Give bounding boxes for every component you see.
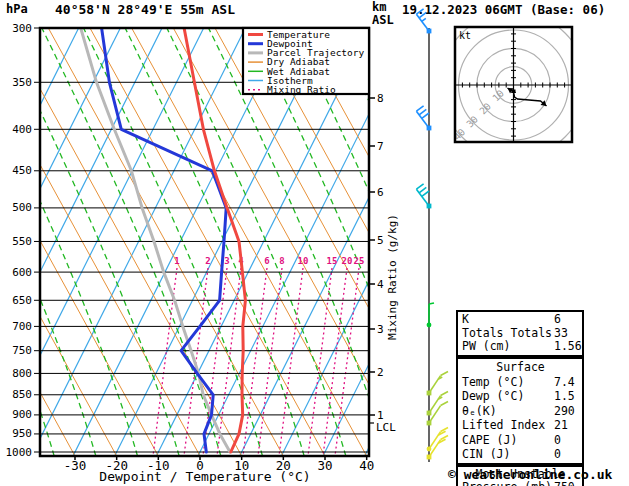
stat-value: 6 — [554, 313, 561, 327]
table-row: CAPE (J)0 — [462, 433, 579, 448]
table-row: Lifted Index21 — [462, 418, 579, 433]
stat-value: 290 — [554, 404, 575, 419]
table-row: CIN (J)0 — [462, 447, 579, 462]
temp-axis-title: Dewpoint / Temperature (°C) — [99, 469, 310, 484]
table-row: Temp (°C)7.4 — [462, 375, 579, 390]
pressure-tick-label: 450 — [12, 164, 32, 177]
sounding-curve — [102, 28, 227, 452]
pressure-tick-label: 750 — [12, 344, 32, 357]
km-tick-label: 7 — [377, 140, 384, 153]
pressure-tick-label: 900 — [12, 408, 32, 421]
km-tick-label: 6 — [377, 186, 384, 199]
stat-label: Dewp (°C) — [462, 389, 554, 404]
isotherm-line — [31, 28, 245, 456]
stats-box: SurfaceTemp (°C)7.4Dewp (°C)1.5θₑ(K)290L… — [456, 357, 584, 465]
mixing-ratio-label: 15 — [327, 256, 338, 266]
stat-label: Totals Totals — [462, 327, 554, 341]
km-tick-label: 8 — [377, 92, 384, 105]
km-tick-label: 4 — [377, 278, 384, 291]
stat-label: θₑ(K) — [462, 404, 554, 419]
pressure-tick-label: 700 — [12, 320, 32, 333]
stat-label: CIN (J) — [462, 447, 554, 462]
pressure-tick-label: 350 — [12, 76, 32, 89]
mixing-ratio-label: 1 — [174, 256, 179, 266]
stat-label: K — [462, 313, 554, 327]
stats-box: K6Totals Totals33PW (cm)1.56 — [456, 310, 584, 357]
temp-tick-label: 30 — [317, 458, 332, 473]
wet-adiabat-line — [84, 28, 263, 456]
wind-barb — [427, 372, 448, 396]
km-tick-label: 3 — [377, 323, 384, 336]
credit-footer: © weatheronline.co.uk — [448, 467, 612, 482]
sounding-curve — [184, 28, 245, 452]
temp-tick-label: -30 — [64, 458, 87, 473]
pressure-tick-label: 300 — [12, 22, 32, 35]
mixing-ratio-label: 2 — [205, 256, 210, 266]
wind-barb — [416, 9, 431, 34]
hodograph-unit-label: kt — [459, 30, 471, 41]
hodograph-panel: 10203040kt — [440, 12, 586, 158]
legend: TemperatureDewpointParcel TrajectoryDry … — [243, 28, 369, 95]
stat-value: 7.4 — [554, 375, 575, 390]
wet-adiabat-line — [42, 28, 221, 456]
pressure-tick-label: 1000 — [6, 446, 33, 459]
stat-value: 1.56 — [554, 340, 582, 354]
km-tick-label: 2 — [377, 366, 384, 379]
table-row: Totals Totals33 — [462, 327, 579, 341]
stat-value: 0 — [554, 433, 561, 448]
mixing-ratio-line — [323, 268, 347, 456]
stat-label: Lifted Index — [462, 418, 554, 433]
mixing-ratio-label: 3 — [224, 256, 229, 266]
mixing-ratio-label: 10 — [298, 256, 309, 266]
table-row: θₑ(K)290 — [462, 404, 579, 419]
table-row: Dewp (°C)1.5 — [462, 389, 579, 404]
mixing-ratio-label: 6 — [264, 256, 269, 266]
pressure-tick-label: 500 — [12, 201, 32, 214]
stats-box-title: Surface — [462, 360, 579, 375]
pressure-tick-label: 550 — [12, 235, 32, 248]
table-row: K6 — [462, 313, 579, 327]
mixing-ratio-label: 8 — [279, 256, 284, 266]
temp-tick-label: 40 — [359, 458, 374, 473]
table-row: PW (cm)1.56 — [462, 340, 579, 354]
pressure-tick-label: 600 — [12, 266, 32, 279]
mixing-ratio-line — [335, 268, 359, 456]
stat-label: Temp (°C) — [462, 375, 554, 390]
stat-value: 21 — [554, 418, 568, 433]
stat-value: 33 — [554, 327, 568, 341]
km-tick-label: 5 — [377, 234, 384, 247]
stat-value: 0 — [554, 447, 561, 462]
skewt-sounding-app: { "header": { "pressure_unit": "hPa", "s… — [0, 0, 629, 486]
pressure-tick-label: 650 — [12, 294, 32, 307]
pressure-tick-label: 950 — [12, 427, 32, 440]
mixing-ratio-line — [243, 268, 267, 456]
stat-label: CAPE (J) — [462, 433, 554, 448]
pressure-tick-label: 850 — [12, 388, 32, 401]
mixing-ratio-label: 20 — [342, 256, 353, 266]
wind-barb — [427, 303, 434, 327]
legend-label: Mixing Ratio — [267, 84, 336, 95]
mixing-ratio-label: 25 — [354, 256, 365, 266]
mixing-axis-label: Mixing Ratio (g/kg) — [386, 214, 399, 340]
dry-adiabat-line — [7, 28, 242, 456]
pressure-tick-label: 800 — [12, 367, 32, 380]
lcl-label: LCL — [376, 421, 396, 434]
stat-value: 1.5 — [554, 389, 575, 404]
pressure-tick-label: 400 — [12, 123, 32, 136]
mixing-ratio-line — [279, 268, 303, 456]
stat-label: PW (cm) — [462, 340, 554, 354]
